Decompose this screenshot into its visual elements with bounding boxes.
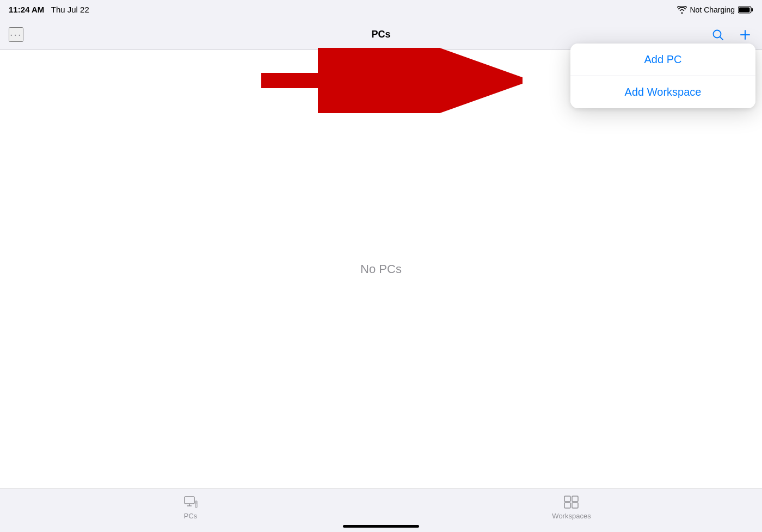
status-right: Not Charging	[677, 5, 754, 14]
nav-title: PCs	[371, 29, 390, 40]
add-pc-button[interactable]: Add PC	[570, 44, 755, 76]
status-bar: 11:24 AM Thu Jul 22 Not Charging	[0, 0, 762, 20]
svg-rect-1	[752, 8, 753, 11]
svg-rect-18	[572, 503, 578, 508]
tab-workspaces-label: Workspaces	[552, 512, 591, 520]
nav-left: ···	[9, 27, 23, 42]
plus-icon	[739, 29, 751, 41]
status-date: Thu Jul 22	[51, 5, 89, 14]
svg-rect-17	[564, 503, 570, 508]
add-workspace-button[interactable]: Add Workspace	[570, 76, 755, 108]
main-content: No PCs	[0, 50, 762, 488]
wifi-icon	[677, 6, 687, 14]
tab-workspaces-icon	[564, 494, 579, 510]
tab-workspaces[interactable]: Workspaces	[381, 494, 762, 520]
menu-button[interactable]: ···	[9, 27, 23, 42]
tab-pcs[interactable]: PCs	[0, 494, 381, 520]
tab-bar: PCs Workspaces	[0, 488, 762, 532]
status-time: 11:24 AM	[9, 5, 44, 14]
status-left: 11:24 AM Thu Jul 22	[9, 5, 89, 15]
dropdown-menu: Add PC Add Workspace	[570, 44, 755, 108]
empty-state-label: No PCs	[360, 262, 402, 276]
add-button[interactable]	[737, 27, 753, 43]
search-icon	[712, 29, 724, 41]
battery-icon	[738, 6, 753, 14]
svg-rect-15	[564, 496, 570, 502]
status-not-charging: Not Charging	[690, 5, 735, 14]
tab-pcs-icon	[183, 494, 198, 510]
svg-rect-9	[185, 497, 194, 504]
home-indicator	[343, 525, 419, 528]
svg-rect-16	[572, 496, 578, 502]
tab-pcs-label: PCs	[184, 512, 198, 520]
svg-line-4	[720, 36, 723, 39]
search-button[interactable]	[710, 27, 726, 43]
svg-rect-2	[739, 8, 750, 13]
nav-right	[710, 27, 753, 43]
